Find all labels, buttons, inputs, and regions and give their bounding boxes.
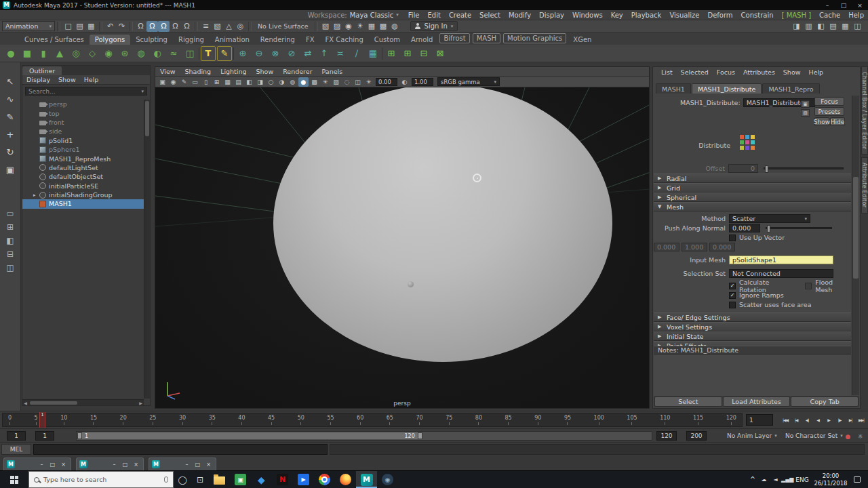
taskbar-clock[interactable]: 20:00 26/11/2018 xyxy=(812,472,850,487)
use-all-lights-icon[interactable]: ☀ xyxy=(320,77,330,87)
toggle-attribute-editor-icon[interactable]: ◧ xyxy=(815,21,827,32)
flood-mesh-checkbox[interactable] xyxy=(805,283,812,289)
outliner-vertical-scrollbar[interactable] xyxy=(144,100,150,399)
viewport-menu-item[interactable]: View xyxy=(155,68,180,75)
light-editor-icon[interactable]: ▩ xyxy=(378,21,389,32)
shelf-divider[interactable] xyxy=(233,47,234,60)
scale-tool[interactable]: ▣ xyxy=(2,161,18,178)
netflix-icon[interactable]: N xyxy=(272,471,293,488)
close-button[interactable]: × xyxy=(132,462,140,468)
notes-field[interactable] xyxy=(654,355,851,396)
taskbar-app-icon[interactable]: ◉ xyxy=(377,471,398,488)
attribute-editor-tab[interactable]: Attribute Editor xyxy=(861,157,868,213)
taskbar-search-input[interactable]: Type here to search xyxy=(28,471,174,488)
viewport-menu-item[interactable]: Show xyxy=(252,68,279,75)
expand-arrow-icon[interactable]: ▸ xyxy=(33,192,39,198)
shelf-tab[interactable]: Rigging xyxy=(173,35,210,45)
scrollbar-thumb[interactable] xyxy=(145,101,149,136)
outliner-panel-tab[interactable]: Outliner xyxy=(22,66,62,75)
playback-range-bar[interactable]: 1 120 xyxy=(77,432,422,439)
offset-field[interactable]: 0 xyxy=(728,164,758,173)
shelf-tab[interactable]: Sculpting xyxy=(130,35,173,45)
menu-item[interactable]: Create xyxy=(445,12,475,19)
render-settings-icon[interactable]: ☀ xyxy=(355,21,366,32)
menu-item[interactable]: Windows xyxy=(568,12,607,19)
view-grid-icon[interactable]: ⊞ xyxy=(212,77,222,87)
object-mode-icon[interactable]: △ xyxy=(223,21,235,32)
save-scene-icon[interactable]: ▦ xyxy=(85,21,97,32)
language-indicator[interactable]: ENG xyxy=(793,476,812,483)
component-mode-icon[interactable]: ◎ xyxy=(235,21,246,32)
textured-mode-icon[interactable]: ▩ xyxy=(309,77,319,87)
select-tool[interactable]: ↖ xyxy=(2,73,18,89)
toggle-outliner-icon[interactable]: ◫ xyxy=(852,21,863,32)
layout-single-pane[interactable]: ▭ xyxy=(3,207,18,220)
poly-sphere-icon[interactable]: ● xyxy=(3,46,18,61)
exposure-field[interactable]: 0.00 xyxy=(376,78,397,86)
start-button[interactable] xyxy=(0,471,28,488)
shelf-tab[interactable]: MASH xyxy=(473,33,500,43)
presets-button[interactable]: Presets xyxy=(814,107,844,116)
current-frame-field[interactable]: 1 xyxy=(746,414,773,426)
type-tool-icon[interactable]: T xyxy=(201,46,216,61)
ignore-ramps-checkbox[interactable]: ✓ xyxy=(729,292,736,299)
input-mesh-field[interactable]: pSolidShape1 xyxy=(729,256,833,264)
lock-camera-icon[interactable]: ◉ xyxy=(168,77,178,87)
shelf-tab[interactable]: FX Caching xyxy=(320,35,369,45)
menu-item[interactable]: File xyxy=(404,12,424,19)
microphone-icon[interactable] xyxy=(164,476,168,483)
menu-item[interactable]: Modify xyxy=(505,12,535,19)
attribute-section-header[interactable]: ▶ Spherical xyxy=(654,192,851,202)
step-forward-frame-button[interactable]: ▶| xyxy=(845,414,856,426)
outliner-horizontal-scrollbar[interactable]: ◀ ▶ xyxy=(22,399,144,405)
combine-icon[interactable]: ⊕ xyxy=(235,46,250,61)
menu-item[interactable]: Help xyxy=(844,12,868,19)
resolution-gate-icon[interactable]: ▤ xyxy=(233,77,243,87)
attribute-section-header[interactable]: ▶ Face/ Edge Settings xyxy=(654,312,851,322)
close-button[interactable]: × xyxy=(852,0,868,10)
poly-soccer-ball-icon[interactable]: ◍ xyxy=(134,46,149,61)
scroll-left-icon[interactable]: ◀ xyxy=(22,401,28,405)
maximize-button[interactable]: □ xyxy=(835,0,852,10)
paint-effects-icon[interactable]: ◍ xyxy=(389,21,401,32)
move-tool[interactable]: + xyxy=(2,126,18,142)
exposure-icon[interactable]: ☀ xyxy=(363,77,374,87)
outliner-menu-item[interactable]: Help xyxy=(80,76,103,83)
restore-button[interactable]: □ xyxy=(48,462,57,468)
outliner-item[interactable]: ▸ MASH1 xyxy=(22,199,144,208)
copy-tab-button[interactable]: Copy Tab xyxy=(791,396,859,407)
outliner-item[interactable]: ▸ initialParticleSE xyxy=(22,182,144,190)
paint-select-tool[interactable]: ✎ xyxy=(2,108,18,125)
minimize-button[interactable]: – xyxy=(37,462,46,468)
attribute-editor-menu-item[interactable]: Attributes xyxy=(739,68,779,76)
open-scene-icon[interactable]: ▤ xyxy=(74,21,85,32)
mash-add-node-icon[interactable]: ⊞ xyxy=(400,46,415,61)
file-explorer-icon[interactable] xyxy=(209,471,230,488)
menu-item[interactable]: Cache xyxy=(815,12,844,19)
bridge-icon[interactable]: ≍ xyxy=(333,46,348,61)
safe-action-icon[interactable]: ○ xyxy=(266,77,276,87)
viewport-canvas[interactable]: persp xyxy=(155,87,649,408)
extrude-icon[interactable]: ↑ xyxy=(317,46,332,61)
maya-taskbar-icon[interactable]: M xyxy=(356,471,377,488)
use-up-vector-checkbox[interactable] xyxy=(729,235,736,241)
snap-to-point-icon[interactable]: Ω xyxy=(158,21,170,32)
outliner-item[interactable]: ▸ persp xyxy=(22,100,144,108)
playback-start-field[interactable]: 1 xyxy=(35,431,54,441)
poly-torus-icon[interactable]: ◎ xyxy=(68,46,83,61)
highlight-selection-icon[interactable]: ▧ xyxy=(212,21,223,32)
poly-plane-icon[interactable]: ◇ xyxy=(85,46,100,61)
tray-expand-icon[interactable]: ^ xyxy=(747,476,758,483)
load-attributes-button[interactable]: Load Attributes xyxy=(723,396,791,407)
movies-tv-icon[interactable]: ▶ xyxy=(293,471,314,488)
attribute-editor-menu-item[interactable]: Selected xyxy=(677,68,713,76)
shelf-tab[interactable]: Polygons xyxy=(90,35,131,45)
menu-item[interactable]: Deform xyxy=(703,12,736,19)
outliner-item[interactable]: ▸ top xyxy=(22,108,144,117)
shelf-tab[interactable]: Rendering xyxy=(255,35,300,45)
scrollbar-thumb[interactable] xyxy=(853,177,859,279)
mash-network-icon[interactable]: ⊞ xyxy=(384,46,399,61)
attribute-editor-scrollbar[interactable] xyxy=(852,96,859,395)
step-back-key-button[interactable]: ◀| xyxy=(802,414,812,426)
outliner-item[interactable]: ▸ pSolid1 xyxy=(22,136,144,145)
